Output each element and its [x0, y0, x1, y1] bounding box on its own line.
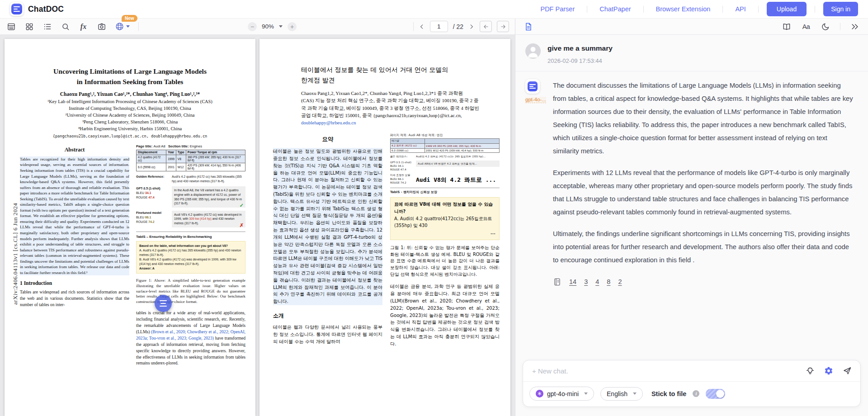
- nav-pdf-parser[interactable]: PDF Parser: [528, 5, 587, 13]
- ai-paragraph: Experiments with 12 LLMs reveal that the…: [553, 166, 855, 219]
- cross-icon: ✗: [240, 222, 244, 229]
- citation-page-link[interactable]: 8: [607, 275, 610, 288]
- translated-abstract-heading: 요약: [273, 136, 382, 143]
- ai-paragraph: Ultimately, the findings underline signi…: [553, 227, 855, 267]
- figure-1: Page title: Audi A8 Section title: Engin…: [136, 144, 245, 305]
- translated-body-text: 테이블은 금융 분석, 과학 연구 등 광범위한 실제 응용 분야에 매우 중요…: [390, 283, 500, 347]
- toolbar-divider: [413, 22, 414, 31]
- next-page-icon[interactable]: [468, 24, 475, 30]
- citation-page-link[interactable]: 14: [569, 275, 576, 288]
- paper-authors: Chaoxu Pang¹,², Yixuan Cao¹,²*, Chunhao …: [5, 91, 255, 97]
- model-tag: gpt-4o-...: [525, 97, 546, 103]
- nav-divider: [815, 6, 815, 13]
- font-size-icon[interactable]: Aa: [801, 22, 811, 32]
- translated-question-box: 표에 따르면 V8에 대해 어떤 정보를 얻을 수 있습니까? A. Audi의…: [390, 197, 500, 240]
- history-forward-button[interactable]: [497, 21, 509, 32]
- signin-button[interactable]: Sign in: [823, 2, 858, 16]
- benchmark-question-box: Based on the table, what information can…: [136, 241, 245, 274]
- stick-to-file-label: Stick to file: [651, 390, 686, 397]
- formula-icon[interactable]: fx: [79, 22, 88, 31]
- viewer-toolbar: fx New − 9: [0, 19, 515, 35]
- nav-api[interactable]: API: [723, 5, 758, 13]
- brand[interactable]: ChatDOC: [10, 2, 64, 16]
- document-icon[interactable]: [524, 22, 533, 32]
- user-message-text: give me a summary: [547, 43, 613, 52]
- paper-affiliations: ¹Key Lab of Intelligent Information Proc…: [5, 98, 255, 132]
- check-icon: ✓: [240, 202, 244, 209]
- ai-message-body: The document discusses the limitations o…: [553, 79, 855, 288]
- chat-input-area: gpt-4o-mini English Stick to file i: [515, 360, 868, 416]
- zoom-chevron-down-icon[interactable]: [279, 25, 283, 28]
- translate-globe-control[interactable]: New: [115, 22, 130, 31]
- send-icon[interactable]: [842, 366, 852, 376]
- collapse-panel-icon[interactable]: [850, 22, 860, 32]
- thumbnail-panel-icon[interactable]: [6, 22, 16, 31]
- translate-floating-button[interactable]: [155, 295, 172, 312]
- screenshot-icon[interactable]: [97, 22, 106, 31]
- chevron-down-icon: [126, 25, 130, 28]
- translated-authors: Chaoxu Pang1,2, Yixuan Cao1,2*, Chunhao …: [301, 90, 491, 126]
- zoom-in-button[interactable]: +: [288, 22, 297, 31]
- page-number-input[interactable]: [430, 21, 448, 32]
- zoom-out-button[interactable]: −: [248, 22, 257, 31]
- citation-page-link[interactable]: 4: [595, 275, 599, 288]
- email-link[interactable]: doublehappy@hrbeu.edu.cn: [301, 119, 491, 126]
- chevron-down-icon: [633, 392, 637, 395]
- figure-big-text: Audi V8의 4.2 콰트로 ...: [416, 176, 496, 184]
- info-icon[interactable]: i: [693, 390, 699, 397]
- intro-continued-text: tables is crucial for a wide array of re…: [136, 310, 245, 366]
- chat-sidebar: Aa: [515, 19, 868, 416]
- pdf-viewer: fx New − 9: [0, 19, 515, 416]
- dark-mode-moon-icon[interactable]: [821, 22, 830, 32]
- sidebar-toolbar-divider: [840, 23, 840, 30]
- message-timestamp: 2026-02-09 17:53:44: [547, 57, 613, 64]
- tabis-heading: TabIS – Ensuring Reliability in Benchmar…: [136, 232, 245, 239]
- page-grid-icon[interactable]: [24, 22, 34, 31]
- pdf-page-english: arXiv:2406.04113v1 [cs.CL] 6 Jun 2024 Un…: [5, 39, 255, 416]
- translated-figure-caption: 그림 1: 위: 신뢰할 수 없는 평가 문제를 보여주는 단순화된 테이블-텍…: [390, 245, 500, 278]
- user-avatar: [525, 43, 541, 59]
- prompt-ideas-icon[interactable]: [805, 366, 815, 376]
- nav-chatpaper[interactable]: ChatPaper: [587, 5, 643, 13]
- translated-abstract-text: 테이블은 높은 정보 밀도와 광범위한 사용으로 인해 중요한 정보 소스로 인…: [273, 148, 382, 305]
- chat-input[interactable]: [531, 367, 797, 375]
- outline-list-icon[interactable]: [42, 22, 52, 31]
- abstract-text: Tables are recognized for their high inf…: [20, 156, 129, 275]
- chatdoc-app: ChatDOC PDF Parser ChatPaper Browser Ext…: [0, 0, 868, 416]
- source-citations: 14 3 4 8 2: [553, 275, 855, 288]
- ai-message: gpt-4o-... The document discusses the li…: [515, 71, 868, 288]
- search-icon[interactable]: [61, 22, 70, 31]
- openai-logo-icon: [536, 390, 543, 397]
- translated-intro-heading: 소개: [273, 312, 382, 320]
- table-row: 4.2 quattro (4172 cc) 1999 V8 360 PS (26…: [137, 155, 245, 163]
- translated-tabis-heading: TabIS - 벤치마킹의 신뢰성 보장: [390, 188, 500, 194]
- zoom-level[interactable]: 90%: [262, 23, 274, 30]
- history-back-button[interactable]: [480, 21, 492, 32]
- language-selector[interactable]: English: [600, 387, 643, 401]
- arxiv-watermark: arXiv:2406.04113v1 [cs.CL] 6 Jun 2024: [12, 203, 19, 305]
- nav-divider: [758, 6, 759, 13]
- table-row: 6.0 (5998 cc) 2001 W12 420 PS (309 kW; 4…: [137, 163, 245, 171]
- ai-paragraph: The document discusses the limitations o…: [553, 79, 855, 158]
- previous-page-icon[interactable]: [419, 24, 425, 30]
- paper-title: Uncovering Limitations of Large Language…: [5, 66, 255, 87]
- translated-figure: 페이지 제목: Audi A8 섹션 제목: 엔진 배기량 4.2 콰트로 (4…: [390, 133, 500, 194]
- stick-to-file-toggle[interactable]: [706, 389, 725, 399]
- golden-reference-row: Golden Reference: Audi's 4.2 quattro (41…: [136, 175, 245, 183]
- chat-settings-gear-icon[interactable]: [824, 366, 834, 376]
- pdf-canvas-area[interactable]: arXiv:2406.04113v1 [cs.CL] 6 Jun 2024 Un…: [0, 35, 515, 416]
- sidebar-toolbar: Aa: [515, 19, 868, 35]
- introduction-text: Tables are widespread and rich sources o…: [20, 289, 129, 308]
- finetuned-output-row: Finetuned model BLEU 66.1 ROUGE 74.2 Aud…: [136, 211, 245, 227]
- paper-emails: {pangchaoxu21b,caoyixuan,luop}@ict.ac.cn…: [5, 134, 255, 138]
- new-badge: New: [122, 15, 137, 22]
- figure-caption: Figure 1: Above: A simplified table-to-t…: [136, 278, 245, 305]
- toggle-knob: [716, 390, 724, 398]
- open-book-icon[interactable]: [782, 22, 792, 32]
- model-selector[interactable]: gpt-4o-mini: [529, 387, 594, 401]
- upload-button[interactable]: Upload: [767, 2, 807, 16]
- citation-page-link[interactable]: 3: [584, 275, 588, 288]
- citation-page-link[interactable]: 2: [618, 275, 622, 288]
- figure-table-meta: Page title: Audi A8 Section title: Engin…: [136, 144, 245, 148]
- nav-browser-extension[interactable]: Browser Extension: [644, 5, 723, 13]
